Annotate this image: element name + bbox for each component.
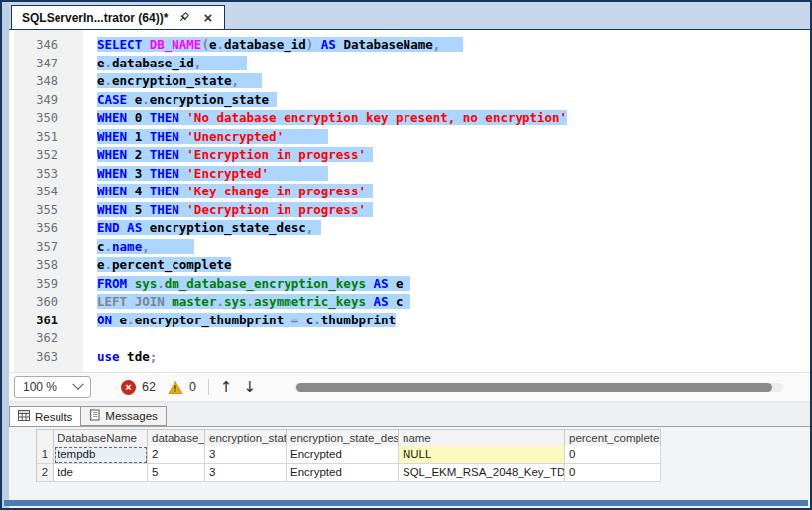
column-header-name[interactable]: name [399,430,565,446]
results-grid: DatabaseNamedatabase_idencryption_statee… [36,429,661,482]
ssms-window: SQLServerIn...trator (64))* × 3463473483… [0,0,812,510]
code-line: c.name, [97,238,810,257]
line-number-gutter: 3463473483493503513523533543553563573583… [14,30,83,372]
code-line: e.database_id, [97,55,810,73]
code-line: WHEN 2 THEN 'Encryption in progress' [97,146,810,165]
navigate-down-arrow[interactable]: ↓ [243,378,256,396]
code-line: e.percent_complete [97,256,810,275]
column-header-encryption_state_desc[interactable]: encryption_state_desc [287,430,399,446]
horizontal-scrollbar[interactable] [294,383,783,392]
cell-DatabaseName[interactable]: tempdb [54,446,148,464]
tab-label: Results [35,411,72,423]
line-number: 351 [14,128,58,147]
column-header-DatabaseName[interactable]: DatabaseName [54,430,148,446]
window-left-edge [2,2,9,508]
line-number: 363 [14,348,58,367]
zoom-level-dropdown[interactable]: 100 % [14,376,91,398]
results-tab-bar: ResultsMessages [9,403,810,427]
cell-name[interactable]: SQL_EKM_RSA_2048_Key_TDE [399,464,565,482]
document-tab[interactable]: SQLServerIn...trator (64))* × [11,5,225,29]
column-header-percent_complete[interactable]: percent_complete [565,430,661,446]
statusbar-separator [208,379,209,395]
horizontal-scrollbar-thumb[interactable] [296,383,772,392]
cell-DatabaseName[interactable]: tde [54,464,148,482]
line-number: 352 [14,146,58,165]
row-header-2[interactable]: 2 [37,464,54,482]
line-number: 353 [14,165,58,184]
column-header-encryption_state[interactable]: encryption_state [205,430,287,446]
line-number: 355 [14,201,58,220]
chevron-down-icon [72,379,83,390]
results-pane: DatabaseNamedatabase_idencryption_statee… [9,427,810,508]
code-line: FROM sys.dm_database_encryption_keys AS … [97,275,810,294]
cell-encryption_state_desc[interactable]: Encrypted [287,464,399,482]
line-number: 356 [14,219,58,238]
code-line [97,329,810,348]
code-line: WHEN 5 THEN 'Decryption in progress' [97,201,810,220]
tab-results[interactable]: Results [9,406,81,427]
warning-icon[interactable] [168,380,183,395]
table-row: 2tde53EncryptedSQL_EKM_RSA_2048_Key_TDE0 [37,464,661,482]
line-number: 347 [14,55,58,73]
code-line: WHEN 1 THEN 'Unencrypted' [97,128,810,147]
results-grid-icon [18,410,30,423]
code-line: WHEN 4 THEN 'Key change in progress' [97,183,810,201]
code-line: e.encryption_state, [97,72,810,91]
cell-encryption_state_desc[interactable]: Encrypted [287,446,399,464]
error-icon[interactable]: × [121,380,136,395]
line-number: 349 [14,91,58,110]
code-line: WHEN 3 THEN 'Encrypted' [97,165,810,184]
grid-corner-cell[interactable] [37,430,54,446]
document-tab-title: SQLServerIn...trator (64))* [22,11,168,25]
cell-database_id[interactable]: 5 [148,464,205,482]
sql-editor[interactable]: 3463473483493503513523533543553563573583… [9,30,810,372]
line-number: 354 [14,183,58,201]
close-icon[interactable]: × [200,10,215,25]
line-number: 350 [14,109,58,128]
pin-icon[interactable] [176,10,191,25]
code-line: END AS encryption_state_desc, [97,219,810,238]
line-number: 361 [14,312,58,330]
cell-name[interactable]: NULL [399,446,565,464]
cell-encryption_state[interactable]: 3 [205,464,287,482]
grid-header-row: DatabaseNamedatabase_idencryption_statee… [37,430,661,446]
cell-encryption_state[interactable]: 3 [205,446,287,464]
column-header-database_id[interactable]: database_id [148,430,205,446]
code-line: ON e.encryptor_thumbprint = c.thumbprint [97,312,810,330]
line-number: 359 [14,275,58,294]
messages-notepad-icon [89,409,100,423]
tab-label: Messages [105,410,157,422]
row-header-1[interactable]: 1 [37,446,54,464]
window-bottom-edge [4,500,808,506]
warning-count: 0 [189,380,196,394]
line-number: 358 [14,256,58,275]
code-line: CASE e.encryption_state [97,91,810,110]
error-count: 62 [142,380,156,394]
zoom-level-value: 100 % [23,380,57,394]
cell-database_id[interactable]: 2 [148,446,205,464]
code-line: use tde; [97,348,810,367]
line-number: 360 [14,293,58,312]
code-area[interactable]: SELECT DB_NAME(e.database_id) AS Databas… [83,30,810,372]
line-number: 362 [14,329,58,348]
line-number: 346 [14,36,58,55]
code-line: WHEN 0 THEN 'No database encryption key … [97,109,810,128]
cell-percent_complete[interactable]: 0 [565,464,661,482]
line-number: 357 [14,238,58,257]
navigate-up-arrow[interactable]: ↑ [220,378,233,396]
line-number: 348 [14,72,58,91]
tab-messages[interactable]: Messages [81,406,166,426]
editor-status-bar: 100 % × 62 0 ↑ ↓ [9,372,810,401]
table-row: 1tempdb23EncryptedNULL0 [37,446,661,464]
code-line: SELECT DB_NAME(e.database_id) AS Databas… [97,36,810,55]
cell-percent_complete[interactable]: 0 [565,446,661,464]
code-line: LEFT JOIN master.sys.asymmetric_keys AS … [97,293,810,312]
document-tab-bar: SQLServerIn...trator (64))* × [9,2,810,30]
